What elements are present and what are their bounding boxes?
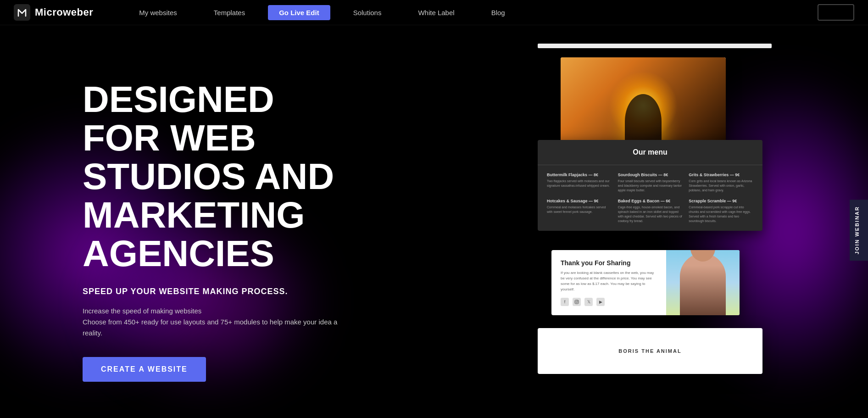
menu-item-1: Sourdough Biscuits — 8€ Four small biscu… — [618, 173, 683, 192]
card3-social: f 𝕏 ▶ — [561, 298, 657, 306]
menu-item-2: Grits & Strawberries — 9€ Corn grits and… — [689, 173, 753, 192]
hero-section: DESIGNED FOR WEB STUDIOS AND MARKETING A… — [0, 25, 868, 418]
menu-item-4-title: Baked Eggs & Bacon — 6€ — [618, 199, 683, 203]
menu-item-3-title: Hotcakes & Sausage — 9€ — [547, 199, 612, 203]
card3-text: If you are looking at blank cassettes on… — [561, 270, 657, 292]
nav-right — [818, 4, 854, 21]
preview-topbar — [538, 44, 772, 48]
nav-blog[interactable]: Blog — [473, 0, 523, 25]
nav-white-label[interactable]: White Label — [400, 0, 473, 25]
boris-preview-card: BORIS THE ANIMAL — [538, 328, 762, 374]
nav-go-live-edit[interactable]: Go Live Edit — [268, 5, 330, 20]
preview-cards: Make Money Online Through Advertising Pl… — [538, 44, 813, 392]
menu-item-2-title: Grits & Strawberries — 9€ — [689, 173, 753, 177]
nav-solutions[interactable]: Solutions — [335, 0, 400, 25]
navbar: Microweber My websites Templates Go Live… — [0, 0, 868, 25]
card3-image — [666, 250, 740, 315]
menu-item-1-title: Sourdough Biscuits — 8€ — [618, 173, 683, 177]
logo-icon — [14, 4, 30, 21]
menu-item-4: Baked Eggs & Bacon — 6€ Cage-free eggs, … — [618, 199, 683, 223]
menu-header: Our menu — [538, 140, 762, 165]
nav-links: My websites Templates Go Live Edit Solut… — [121, 0, 818, 25]
menu-item-1-desc: Four small biscuits served with boysenbe… — [618, 179, 683, 192]
instagram-icon[interactable] — [573, 298, 581, 306]
menu-item-5: Scrapple Scramble — 9€ Cornmeal-based po… — [689, 199, 753, 223]
youtube-icon[interactable]: ▶ — [596, 298, 605, 306]
menu-item-4-desc: Cage-free eggs, house-smoked bacon, and … — [618, 205, 683, 223]
menu-item-2-desc: Corn grits and local beans known as Ariz… — [689, 179, 753, 192]
menu-item-5-title: Scrapple Scramble — 9€ — [689, 199, 753, 203]
menu-item-3-desc: Cornmeal and molasses hotcakes served wi… — [547, 205, 612, 214]
menu-item-0-title: Buttermilk Flapjacks — 8€ — [547, 173, 612, 177]
hero-desc-line1: Increase the speed of making websites — [83, 306, 344, 317]
sharing-preview-card: Thank you For Sharing If you are looking… — [551, 250, 740, 315]
menu-grid: Buttermilk Flapjacks — 8€ Two flapjacks … — [547, 173, 753, 223]
hero-desc: Increase the speed of making websites Ch… — [83, 306, 344, 339]
hero-subtitle: SPEED UP YOUR WEBSITE MAKING PROCESS. — [83, 287, 344, 296]
nav-my-websites[interactable]: My websites — [121, 0, 195, 25]
nav-search-box[interactable] — [818, 4, 854, 21]
menu-item-3: Hotcakes & Sausage — 9€ Cornmeal and mol… — [547, 199, 612, 223]
svg-point-2 — [576, 301, 578, 303]
hero-content: DESIGNED FOR WEB STUDIOS AND MARKETING A… — [0, 62, 344, 382]
menu-body: Buttermilk Flapjacks — 8€ Two flapjacks … — [538, 165, 762, 231]
nav-templates[interactable]: Templates — [195, 0, 263, 25]
twitter-icon[interactable]: 𝕏 — [584, 298, 593, 306]
menu-item-0-desc: Two flapjacks served with molasses and o… — [547, 179, 612, 188]
logo[interactable]: Microweber — [14, 4, 93, 21]
card3-title: Thank you For Sharing — [561, 259, 657, 267]
svg-point-3 — [578, 301, 578, 301]
join-webinar-tab[interactable]: JOIN WEBINAR — [850, 200, 868, 261]
svg-rect-0 — [16, 6, 28, 19]
create-website-button[interactable]: CREATE A WEBSITE — [83, 357, 206, 382]
menu-item-5-desc: Cornmeal-based pork scrapple cut into ch… — [689, 205, 753, 223]
card1-image — [561, 57, 726, 149]
menu-item-0: Buttermilk Flapjacks — 8€ Two flapjacks … — [547, 173, 612, 192]
facebook-icon[interactable]: f — [561, 298, 569, 306]
hero-title: DESIGNED FOR WEB STUDIOS AND MARKETING A… — [83, 80, 344, 273]
hero-desc-line2: Choose from 450+ ready for use layouts a… — [83, 317, 344, 339]
logo-text: Microweber — [35, 6, 93, 18]
card3-left: Thank you For Sharing If you are looking… — [551, 250, 666, 315]
menu-preview-card: Our menu Buttermilk Flapjacks — 8€ Two f… — [538, 140, 762, 231]
card4-text: BORIS THE ANIMAL — [618, 348, 681, 354]
